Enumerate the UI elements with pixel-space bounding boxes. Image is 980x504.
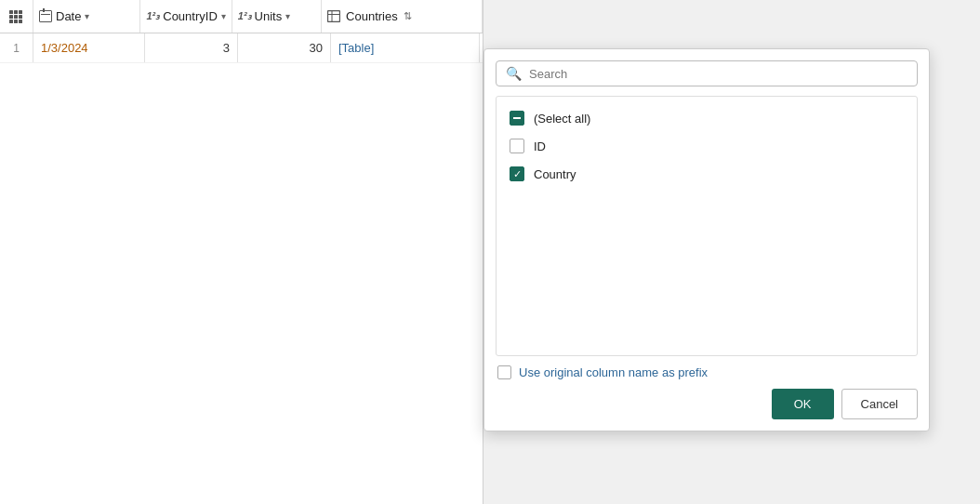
row-num-header bbox=[0, 0, 33, 33]
checkbox-country[interactable] bbox=[510, 166, 524, 181]
search-box[interactable]: 🔍 bbox=[496, 60, 918, 86]
column-checkbox-list: (Select all) ID Country bbox=[496, 96, 918, 356]
col-countryid-dropdown-arrow[interactable]: ▾ bbox=[221, 11, 226, 21]
prefix-checkbox[interactable] bbox=[497, 365, 511, 379]
col-units-dropdown-arrow[interactable]: ▾ bbox=[285, 11, 290, 21]
table-container: Date ▾ 1²₃ CountryID ▾ 1²₃ Units ▾ Count… bbox=[0, 0, 483, 504]
row-num-cell: 1 bbox=[0, 33, 33, 62]
column-picker-panel: 🔍 (Select all) ID Country Use original c… bbox=[483, 48, 930, 431]
num-icon-countryid: 1²₃ bbox=[146, 10, 159, 22]
button-row: OK Cancel bbox=[496, 389, 918, 419]
checkbox-id-label: ID bbox=[534, 139, 546, 153]
checkbox-item-id[interactable]: ID bbox=[497, 132, 917, 160]
col-countryid-label: CountryID bbox=[163, 9, 218, 23]
prefix-label: Use original column name as prefix bbox=[519, 365, 708, 379]
checkbox-select-all[interactable] bbox=[510, 111, 524, 126]
units-cell: 30 bbox=[238, 33, 331, 62]
checkbox-select-all-label: (Select all) bbox=[534, 112, 590, 126]
table-body: 1 1/3/2024 3 30 [Table] bbox=[0, 33, 483, 63]
col-units-label: Units bbox=[255, 9, 283, 23]
col-header-date[interactable]: Date ▾ bbox=[33, 0, 140, 33]
ok-button[interactable]: OK bbox=[772, 389, 834, 419]
checkbox-item-select-all[interactable]: (Select all) bbox=[497, 104, 917, 132]
table-row: 1 1/3/2024 3 30 [Table] bbox=[0, 33, 483, 63]
cancel-button[interactable]: Cancel bbox=[841, 389, 918, 419]
table-icon bbox=[327, 10, 340, 22]
col-header-countries[interactable]: Countries ⇅ bbox=[322, 0, 483, 33]
num-icon-units: 1²₃ bbox=[238, 10, 251, 22]
svg-rect-0 bbox=[328, 11, 340, 22]
checkbox-item-country[interactable]: Country bbox=[497, 160, 917, 188]
panel-footer: Use original column name as prefix OK Ca… bbox=[496, 365, 918, 419]
checkbox-country-label: Country bbox=[534, 167, 576, 181]
search-icon: 🔍 bbox=[506, 66, 522, 81]
col-header-units[interactable]: 1²₃ Units ▾ bbox=[232, 0, 322, 33]
col-date-label: Date bbox=[56, 9, 81, 23]
date-cell: 1/3/2024 bbox=[33, 33, 145, 62]
checkbox-id[interactable] bbox=[510, 139, 524, 153]
countries-cell: [Table] bbox=[331, 33, 480, 62]
col-header-countryid[interactable]: 1²₃ CountryID ▾ bbox=[140, 0, 232, 33]
calendar-icon bbox=[39, 10, 52, 22]
table-header: Date ▾ 1²₃ CountryID ▾ 1²₃ Units ▾ Count… bbox=[0, 0, 483, 33]
col-countries-sort-icon[interactable]: ⇅ bbox=[404, 10, 412, 22]
prefix-row[interactable]: Use original column name as prefix bbox=[496, 365, 918, 379]
grid-icon bbox=[9, 10, 22, 23]
countryid-cell: 3 bbox=[145, 33, 238, 62]
col-date-dropdown-arrow[interactable]: ▾ bbox=[85, 11, 89, 21]
col-countries-label: Countries bbox=[346, 9, 398, 23]
search-input[interactable] bbox=[529, 67, 907, 81]
